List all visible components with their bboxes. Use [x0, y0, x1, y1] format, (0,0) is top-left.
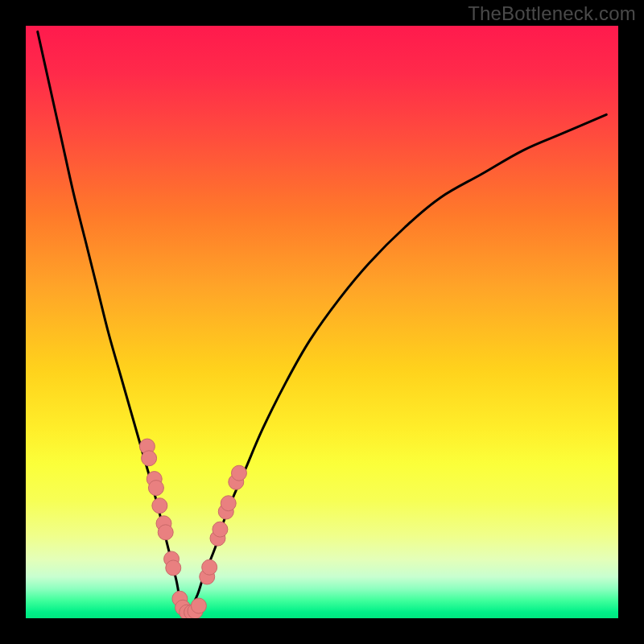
marker-group [139, 439, 246, 618]
data-marker [148, 481, 163, 496]
data-marker [166, 560, 181, 576]
curve-layer [26, 26, 618, 618]
series-group [38, 31, 607, 615]
data-marker [142, 451, 157, 466]
watermark-text: TheBottleneck.com [468, 2, 636, 25]
data-marker [221, 496, 236, 511]
data-marker [213, 522, 228, 537]
data-marker [191, 598, 206, 613]
plot-area [26, 26, 618, 618]
data-marker [152, 498, 167, 514]
chart-frame: TheBottleneck.com [0, 0, 644, 644]
data-marker [231, 465, 246, 481]
data-marker [202, 559, 217, 575]
data-marker [158, 525, 173, 540]
curve-right-branch [186, 114, 607, 612]
